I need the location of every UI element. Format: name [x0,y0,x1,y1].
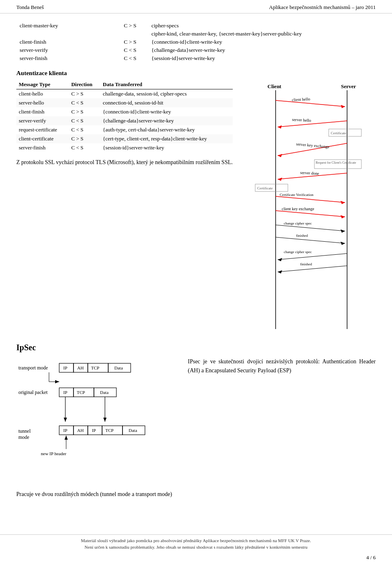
msg-type: client-finish [16,107,69,116]
auth-table: Message Type Direction Data Transferred … [16,80,233,152]
table-row: client-finish C > S {connection-id}clien… [16,107,233,116]
svg-text:tunnel: tunnel [18,428,31,434]
direction: C > S [112,38,148,46]
msg-type: server-finish [16,54,112,62]
svg-text:finished: finished [296,234,308,238]
svg-text:AH: AH [77,365,84,370]
direction [112,30,148,38]
ssl-sequence-diagram: Client Server client hello server hello … [241,80,376,333]
table-header-row: Message Type Direction Data Transferred [16,80,233,89]
data-transferred: challenge-data, session-id, cipher-specs [100,89,233,99]
svg-line-22 [276,196,345,202]
header-left: Tonda Beneš [16,4,44,11]
table-row: client-hello C > S challenge-data, sessi… [16,89,233,99]
data-transferred: {connection-id}client-write-key [100,107,233,116]
table-row: server-finish C < S {session-id}server-w… [16,143,233,152]
svg-marker-18 [278,178,282,181]
svg-text:Server: Server [341,83,356,89]
svg-text:IP: IP [63,390,67,395]
col-direction: Direction [69,80,100,89]
right-col: Client Server client hello server hello … [241,80,376,335]
direction: C > S [69,107,100,116]
msg-type: client-master-key [16,22,112,30]
svg-text:IP: IP [63,428,67,433]
svg-text:original packet: original packet [18,389,48,395]
ipsec-diagram-container: transport mode IP AH TCP Data original p… [16,357,176,485]
msg-type: server-verify [16,116,69,125]
direction: C < S [69,116,100,125]
table-row: server-verify C < S {challenge-data}serv… [16,46,376,54]
left-col: Message Type Direction Data Transferred … [16,80,233,167]
ipsec-para1: IPsec je ve skutečnosti dvojicí nezávisl… [188,357,376,376]
msg-type: server-hello [16,98,69,107]
direction: C < S [69,125,100,134]
svg-marker-38 [278,270,282,274]
svg-marker-8 [278,125,282,129]
svg-text:mode: mode [18,434,29,440]
data-col: cipher-specs [148,22,376,30]
footer-line2: Není určen k samostudiu problematiky. Je… [16,545,376,549]
direction: C > S [69,134,100,143]
direction: C < S [69,98,100,107]
svg-text:IP: IP [92,428,96,433]
svg-text:Data: Data [129,428,137,433]
data-transferred: {auth-type, cert-chal-data}server-write-… [100,125,233,134]
svg-text:change cipher spec: change cipher spec [284,221,312,225]
svg-text:Data: Data [100,390,109,395]
data-transferred: {cert-type, client-cert, resp-data}clien… [100,134,233,143]
data-transferred: connection-id, session-id-hit [100,98,233,107]
ipsec-title: IpSec [16,343,376,352]
svg-text:client hello: client hello [292,97,310,102]
msg-type: request-certificate [16,125,69,134]
svg-marker-26 [341,215,345,218]
msg-type: server-verify [16,46,112,54]
svg-text:Request for Client's Certifica: Request for Client's Certificate [316,161,356,165]
svg-text:IP: IP [63,365,67,370]
svg-marker-57 [64,418,67,422]
table-row: cipher-kind, clear-master-key, {secret-m… [16,30,376,38]
svg-marker-23 [341,201,345,204]
svg-text:new IP header: new IP header [41,451,67,456]
top-kv-table: client-master-key C > S cipher-specs cip… [16,22,376,62]
svg-marker-32 [341,242,345,245]
main-two-col: Message Type Direction Data Transferred … [16,80,376,335]
ipsec-section: transport mode IP AH TCP Data original p… [16,357,376,485]
section-title: Autentizace klienta [16,70,376,77]
direction: C < S [69,143,100,152]
table-row: client-master-key C > S cipher-specs [16,22,376,30]
svg-line-31 [276,237,345,243]
svg-text:TCP: TCP [105,428,114,433]
svg-text:Client: Client [267,83,282,89]
svg-marker-77 [55,380,59,383]
ssl-paragraph: Z protokolu SSL vychází protocol TLS (Mi… [16,158,233,167]
col-message-type: Message Type [16,80,69,89]
svg-line-37 [278,266,347,272]
svg-line-4 [276,100,345,107]
data-transferred: {session-id}server-write-key [100,143,233,152]
svg-text:finished: finished [300,262,312,266]
data-col: cipher-kind, clear-master-key, {secret-m… [148,30,376,38]
table-row: request-certificate C < S {auth-type, ce… [16,125,233,134]
data-transferred: {challenge-data}server-write-key [100,116,233,125]
ipsec-text: IPsec je ve skutečnosti dvojicí nezávisl… [188,357,376,379]
svg-text:transport mode: transport mode [18,365,48,371]
page-content: client-master-key C > S cipher-specs cip… [0,13,392,506]
svg-marker-35 [278,258,282,261]
svg-text:Certificate: Certificate [257,186,273,190]
data-col: {connection-id}client-write-key [148,38,376,46]
ipsec-diagram-svg: transport mode IP AH TCP Data original p… [16,357,176,484]
svg-marker-29 [341,229,345,233]
page-number: 4 / 6 [366,554,376,561]
header-right: Aplikace bezpečnostních mechanismů – jar… [269,4,376,11]
data-col: {challenge-data}server-write-key [148,46,376,54]
table-row: client-finish C > S {connection-id}clien… [16,38,376,46]
table-row: client-certificate C > S {cert-type, cli… [16,134,233,143]
svg-text:TCP: TCP [77,390,85,395]
table-row: server-finish C < S {session-id}server-w… [16,54,376,62]
page-header: Tonda Beneš Aplikace bezpečnostních mech… [0,0,392,13]
msg-type: client-finish [16,38,112,46]
svg-marker-13 [278,154,282,157]
direction: C < S [112,54,148,62]
svg-text:TCP: TCP [91,365,99,370]
data-col: {session-id}server-write-key [148,54,376,62]
